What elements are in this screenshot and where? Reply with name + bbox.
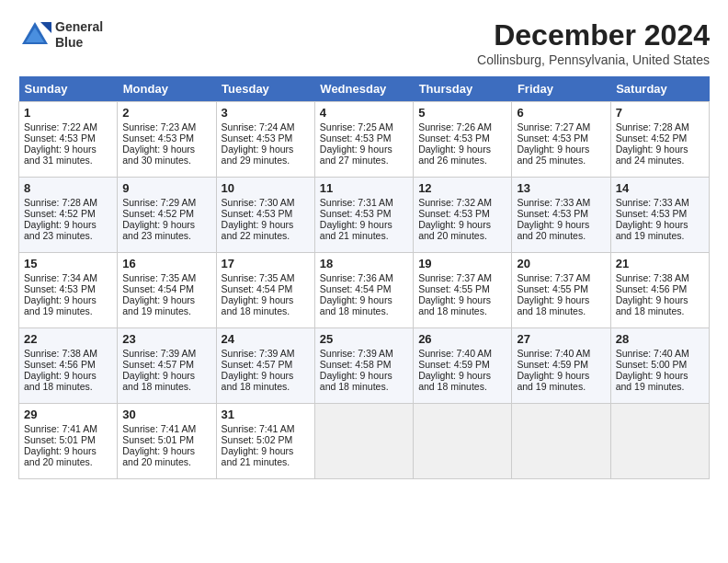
calendar-week-3: 15Sunrise: 7:34 AMSunset: 4:53 PMDayligh… <box>19 253 710 328</box>
column-header-friday: Friday <box>512 76 610 102</box>
calendar-day-5: 5Sunrise: 7:26 AMSunset: 4:53 PMDaylight… <box>414 102 512 178</box>
calendar-day-7: 7Sunrise: 7:28 AMSunset: 4:52 PMDaylight… <box>610 102 709 178</box>
calendar-day-16: 16Sunrise: 7:35 AMSunset: 4:54 PMDayligh… <box>118 253 216 328</box>
calendar-body: 1Sunrise: 7:22 AMSunset: 4:53 PMDaylight… <box>19 102 710 479</box>
calendar-week-1: 1Sunrise: 7:22 AMSunset: 4:53 PMDaylight… <box>19 102 710 178</box>
calendar-day-6: 6Sunrise: 7:27 AMSunset: 4:53 PMDaylight… <box>512 102 610 178</box>
calendar-day-22: 22Sunrise: 7:38 AMSunset: 4:56 PMDayligh… <box>19 328 118 404</box>
calendar-empty-cell <box>314 404 413 479</box>
calendar-day-3: 3Sunrise: 7:24 AMSunset: 4:53 PMDaylight… <box>216 102 314 178</box>
logo: General Blue <box>18 18 103 52</box>
column-header-thursday: Thursday <box>414 76 512 102</box>
calendar-week-2: 8Sunrise: 7:28 AMSunset: 4:52 PMDaylight… <box>19 178 710 253</box>
calendar-day-31: 31Sunrise: 7:41 AMSunset: 5:02 PMDayligh… <box>216 404 314 479</box>
calendar-day-12: 12Sunrise: 7:32 AMSunset: 4:53 PMDayligh… <box>414 178 512 253</box>
calendar-table: SundayMondayTuesdayWednesdayThursdayFrid… <box>18 76 710 479</box>
calendar-header-row: SundayMondayTuesdayWednesdayThursdayFrid… <box>19 76 710 102</box>
calendar-week-5: 29Sunrise: 7:41 AMSunset: 5:01 PMDayligh… <box>19 404 710 479</box>
svg-marker-2 <box>40 22 51 33</box>
calendar-day-2: 2Sunrise: 7:23 AMSunset: 4:53 PMDaylight… <box>118 102 216 178</box>
calendar-day-18: 18Sunrise: 7:36 AMSunset: 4:54 PMDayligh… <box>314 253 413 328</box>
logo-text: General Blue <box>55 19 103 51</box>
calendar-day-19: 19Sunrise: 7:37 AMSunset: 4:55 PMDayligh… <box>414 253 512 328</box>
calendar-day-14: 14Sunrise: 7:33 AMSunset: 4:53 PMDayligh… <box>610 178 709 253</box>
calendar-day-26: 26Sunrise: 7:40 AMSunset: 4:59 PMDayligh… <box>414 328 512 404</box>
column-header-wednesday: Wednesday <box>314 76 413 102</box>
calendar-day-11: 11Sunrise: 7:31 AMSunset: 4:53 PMDayligh… <box>314 178 413 253</box>
calendar-day-13: 13Sunrise: 7:33 AMSunset: 4:53 PMDayligh… <box>512 178 610 253</box>
calendar-day-21: 21Sunrise: 7:38 AMSunset: 4:56 PMDayligh… <box>610 253 709 328</box>
calendar-day-24: 24Sunrise: 7:39 AMSunset: 4:57 PMDayligh… <box>216 328 314 404</box>
calendar-week-4: 22Sunrise: 7:38 AMSunset: 4:56 PMDayligh… <box>19 328 710 404</box>
column-header-sunday: Sunday <box>19 76 118 102</box>
column-header-monday: Monday <box>118 76 216 102</box>
column-header-tuesday: Tuesday <box>216 76 314 102</box>
calendar-day-23: 23Sunrise: 7:39 AMSunset: 4:57 PMDayligh… <box>118 328 216 404</box>
calendar-day-17: 17Sunrise: 7:35 AMSunset: 4:54 PMDayligh… <box>216 253 314 328</box>
month-title: December 2024 <box>477 18 710 52</box>
header: General Blue December 2024 Collinsburg, … <box>18 18 710 67</box>
calendar-day-1: 1Sunrise: 7:22 AMSunset: 4:53 PMDaylight… <box>19 102 118 178</box>
calendar-empty-cell <box>512 404 610 479</box>
calendar-day-8: 8Sunrise: 7:28 AMSunset: 4:52 PMDaylight… <box>19 178 118 253</box>
calendar-empty-cell <box>610 404 709 479</box>
title-section: December 2024 Collinsburg, Pennsylvania,… <box>477 18 710 67</box>
logo-icon <box>18 18 51 52</box>
calendar-day-30: 30Sunrise: 7:41 AMSunset: 5:01 PMDayligh… <box>118 404 216 479</box>
calendar-day-15: 15Sunrise: 7:34 AMSunset: 4:53 PMDayligh… <box>19 253 118 328</box>
calendar-day-29: 29Sunrise: 7:41 AMSunset: 5:01 PMDayligh… <box>19 404 118 479</box>
calendar-day-27: 27Sunrise: 7:40 AMSunset: 4:59 PMDayligh… <box>512 328 610 404</box>
calendar-empty-cell <box>414 404 512 479</box>
calendar-day-4: 4Sunrise: 7:25 AMSunset: 4:53 PMDaylight… <box>314 102 413 178</box>
calendar-day-20: 20Sunrise: 7:37 AMSunset: 4:55 PMDayligh… <box>512 253 610 328</box>
calendar-day-25: 25Sunrise: 7:39 AMSunset: 4:58 PMDayligh… <box>314 328 413 404</box>
location-subtitle: Collinsburg, Pennsylvania, United States <box>477 52 710 67</box>
calendar-day-28: 28Sunrise: 7:40 AMSunset: 5:00 PMDayligh… <box>610 328 709 404</box>
calendar-day-10: 10Sunrise: 7:30 AMSunset: 4:53 PMDayligh… <box>216 178 314 253</box>
calendar-day-9: 9Sunrise: 7:29 AMSunset: 4:52 PMDaylight… <box>118 178 216 253</box>
column-header-saturday: Saturday <box>610 76 709 102</box>
